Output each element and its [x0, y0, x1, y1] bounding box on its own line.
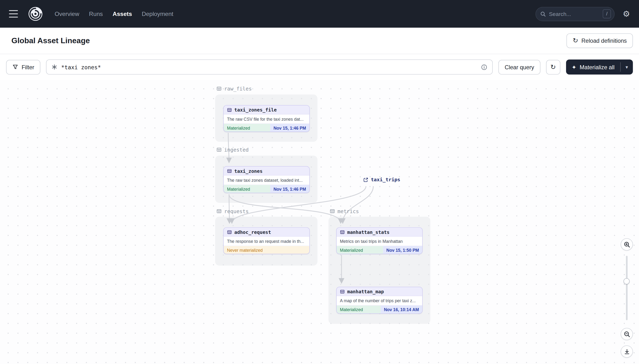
page-title: Global Asset Lineage: [11, 36, 90, 45]
materialize-all-main[interactable]: ✦ Materialize all: [566, 60, 620, 74]
funnel-icon: [12, 64, 18, 70]
table-icon: [340, 230, 345, 234]
lineage-toolbar: Filter Clear query ↻ ✦ Materialize all ▾: [0, 54, 639, 80]
table-icon: [227, 108, 232, 112]
group-name: requests: [224, 208, 249, 214]
table-icon: [227, 168, 232, 173]
chevron-down-icon[interactable]: ▾: [621, 60, 633, 74]
table-icon: [216, 208, 222, 214]
materialization-timestamp[interactable]: Nov 16, 10:14 AM: [381, 306, 422, 313]
asset-node-header: manhattan_stats: [337, 228, 422, 236]
filter-button[interactable]: Filter: [6, 60, 40, 74]
op-selector-icon: [52, 64, 58, 70]
asset-footer: Materialized Nov 16, 10:14 AM: [337, 305, 422, 313]
asset-selection-input[interactable]: [61, 64, 477, 70]
zoom-out-icon: [623, 330, 630, 338]
asset-description: Metrics on taxi trips in Manhattan: [337, 236, 422, 246]
nav-overview[interactable]: Overview: [55, 10, 79, 17]
asset-node-manhattan-map[interactable]: manhattan_map A map of the number of tri…: [336, 287, 423, 314]
refresh-graph-button[interactable]: ↻: [546, 60, 560, 74]
asset-footer: Never materialized: [224, 246, 309, 254]
nav-deployment[interactable]: Deployment: [142, 10, 173, 17]
asset-node-adhoc-request[interactable]: adhoc_request The response to an request…: [223, 228, 310, 254]
clear-query-button[interactable]: Clear query: [498, 60, 540, 74]
group-label-metrics[interactable]: metrics: [330, 208, 359, 214]
status-badge: Materialized: [337, 246, 383, 254]
table-icon: [340, 289, 345, 294]
asset-node-taxi-zones-file[interactable]: taxi_zones_file The raw CSV file for the…: [223, 105, 310, 132]
group-label-raw-files[interactable]: raw_files: [216, 86, 252, 92]
materialization-timestamp[interactable]: Nov 15, 1:50 PM: [383, 246, 422, 254]
search-icon: [540, 11, 546, 17]
nav-assets[interactable]: Assets: [113, 10, 132, 17]
asset-node-manhattan-stats[interactable]: manhattan_stats Metrics on taxi trips in…: [336, 228, 423, 254]
group-label-ingested[interactable]: ingested: [216, 147, 249, 153]
table-icon: [330, 208, 335, 214]
navbar-right-cluster: / ⚙: [535, 7, 630, 21]
asset-name: manhattan_stats: [347, 229, 390, 235]
asset-description: The raw taxi zones dataset, loaded int..…: [224, 176, 309, 184]
asset-name: taxi_zones: [234, 168, 263, 174]
external-link-icon: [363, 177, 369, 182]
asset-name: manhattan_map: [347, 289, 384, 294]
table-icon: [227, 230, 232, 234]
nav-runs[interactable]: Runs: [89, 10, 103, 17]
hamburger-menu-icon[interactable]: [9, 10, 20, 18]
top-navbar: Overview Runs Assets Deployment / ⚙: [0, 0, 639, 28]
status-badge: Materialized: [337, 306, 381, 313]
asset-node-taxi-zones[interactable]: taxi_zones The raw taxi zones dataset, l…: [223, 166, 310, 193]
refresh-icon: ↻: [550, 64, 556, 70]
materialize-all-button[interactable]: ✦ Materialize all ▾: [566, 60, 633, 74]
zoom-slider-thumb[interactable]: [623, 278, 629, 284]
search-shortcut-badge: /: [603, 10, 611, 18]
zoom-out-button[interactable]: [621, 328, 633, 340]
asset-footer: Materialized Nov 15, 1:46 PM: [224, 184, 309, 192]
status-badge: Never materialized: [224, 246, 309, 254]
asset-footer: Materialized Nov 15, 1:46 PM: [224, 123, 309, 132]
group-name: ingested: [224, 147, 249, 153]
group-label-requests[interactable]: requests: [216, 208, 249, 214]
dagster-logo-icon[interactable]: [28, 6, 43, 22]
external-asset-name: taxi_trips: [371, 177, 400, 182]
materialization-timestamp[interactable]: Nov 15, 1:46 PM: [270, 124, 309, 132]
group-name: raw_files: [224, 86, 252, 92]
reload-definitions-button[interactable]: ↻ Reload definitions: [566, 33, 633, 48]
status-badge: Materialized: [224, 185, 270, 192]
table-icon: [216, 147, 222, 152]
global-search[interactable]: /: [535, 7, 614, 21]
materialization-timestamp[interactable]: Nov 15, 1:46 PM: [270, 185, 309, 192]
materialize-all-label: Materialize all: [579, 64, 614, 70]
app-root: Overview Runs Assets Deployment / ⚙ Glob…: [0, 0, 639, 364]
asset-description: The response to an request made in th...: [224, 236, 309, 246]
download-layout-button[interactable]: [621, 346, 633, 358]
clear-query-label: Clear query: [505, 64, 534, 70]
download-icon: [623, 348, 630, 355]
lineage-canvas[interactable]: [0, 80, 639, 364]
asset-description: A map of the number of trips per taxi z.…: [337, 296, 422, 305]
asset-name: taxi_zones_file: [234, 107, 277, 113]
filter-label: Filter: [22, 64, 34, 70]
asset-node-header: adhoc_request: [224, 228, 309, 236]
status-badge: Materialized: [224, 124, 270, 132]
asset-node-header: taxi_zones_file: [224, 106, 309, 114]
sparkle-icon: ✦: [572, 64, 576, 70]
asset-footer: Materialized Nov 15, 1:50 PM: [337, 246, 422, 254]
asset-node-header: taxi_zones: [224, 166, 309, 176]
refresh-icon: ↻: [572, 38, 578, 44]
zoom-slider-track[interactable]: [626, 256, 628, 320]
zoom-in-button[interactable]: [621, 238, 633, 250]
zoom-in-icon: [623, 241, 630, 248]
page-header: Global Asset Lineage ↻ Reload definition…: [0, 28, 639, 54]
asset-name: adhoc_request: [234, 229, 271, 235]
info-icon[interactable]: [481, 64, 488, 70]
asset-selection-input-wrapper: [46, 60, 493, 74]
search-input[interactable]: [549, 11, 600, 17]
asset-description: The raw CSV file for the taxi zones dat.…: [224, 114, 309, 123]
gear-icon[interactable]: ⚙: [623, 10, 630, 18]
asset-node-header: manhattan_map: [337, 287, 422, 296]
external-asset-taxi-trips[interactable]: taxi_trips: [363, 177, 400, 182]
group-name: metrics: [337, 208, 359, 214]
table-icon: [216, 86, 222, 91]
reload-definitions-label: Reload definitions: [581, 38, 627, 44]
primary-nav: Overview Runs Assets Deployment: [55, 10, 173, 17]
